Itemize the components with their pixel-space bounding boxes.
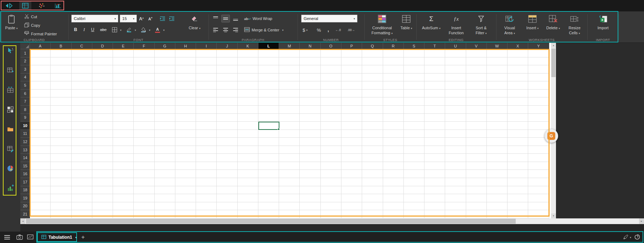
- cell-L6[interactable]: [258, 90, 279, 98]
- align-middle-button[interactable]: [221, 15, 230, 22]
- cell-Y1[interactable]: [528, 49, 549, 57]
- cell-N2[interactable]: [300, 57, 320, 66]
- cell-K16[interactable]: [238, 170, 258, 178]
- cell-N18[interactable]: [300, 186, 320, 194]
- column-header-E[interactable]: E: [113, 43, 134, 49]
- cell-H9[interactable]: [175, 114, 196, 122]
- cell-U17[interactable]: [445, 178, 466, 186]
- cell-C13[interactable]: [72, 146, 92, 154]
- cell-A10[interactable]: [30, 122, 51, 130]
- cell-T8[interactable]: [424, 106, 445, 114]
- cell-Q20[interactable]: [362, 202, 383, 211]
- cell-R14[interactable]: [383, 154, 404, 162]
- cell-V4[interactable]: [466, 74, 487, 82]
- cell-Q17[interactable]: [362, 178, 383, 186]
- horizontal-scrollbar[interactable]: ◂ ▸: [20, 218, 644, 224]
- select-tool-button[interactable]: [5, 46, 16, 56]
- add-sheet-button[interactable]: +: [81, 233, 85, 242]
- cell-J14[interactable]: [217, 154, 237, 162]
- align-top-button[interactable]: [211, 15, 220, 22]
- cell-B2[interactable]: [51, 57, 71, 66]
- resize-cells-button[interactable]: ResizeCells▾: [564, 13, 585, 36]
- cell-A17[interactable]: [30, 178, 51, 186]
- cell-C6[interactable]: [72, 90, 92, 98]
- cell-R4[interactable]: [383, 74, 404, 82]
- conditional-formatting-button[interactable]: ConditionalFormatting▾: [368, 13, 396, 36]
- cell-M18[interactable]: [279, 186, 300, 194]
- cell-O19[interactable]: [321, 194, 341, 202]
- cell-A15[interactable]: [30, 162, 51, 170]
- cell-O10[interactable]: [321, 122, 341, 130]
- cell-P17[interactable]: [341, 178, 362, 186]
- cell-F10[interactable]: [134, 122, 154, 130]
- cell-O6[interactable]: [321, 90, 341, 98]
- cell-K8[interactable]: [238, 106, 258, 114]
- visual-area-button[interactable]: VisualArea▾: [498, 13, 521, 36]
- cell-X6[interactable]: [508, 90, 528, 98]
- cell-H13[interactable]: [175, 146, 196, 154]
- cell-N16[interactable]: [300, 170, 320, 178]
- cell-P12[interactable]: [341, 138, 362, 146]
- cell-U10[interactable]: [445, 122, 466, 130]
- row-header-13[interactable]: 13: [20, 146, 30, 154]
- cell-L4[interactable]: [258, 74, 279, 82]
- cell-J20[interactable]: [217, 202, 237, 211]
- cell-O16[interactable]: [321, 170, 341, 178]
- cell-U14[interactable]: [445, 154, 466, 162]
- grow-font-button[interactable]: A▴: [139, 15, 144, 22]
- cell-K1[interactable]: [238, 49, 258, 57]
- cell-T2[interactable]: [424, 57, 445, 66]
- cell-T18[interactable]: [424, 186, 445, 194]
- cell-Q7[interactable]: [362, 97, 383, 106]
- cell-F5[interactable]: [134, 81, 154, 90]
- cell-C8[interactable]: [72, 106, 92, 114]
- cell-U16[interactable]: [445, 170, 466, 178]
- cell-S16[interactable]: [404, 170, 424, 178]
- cell-J6[interactable]: [217, 90, 237, 98]
- cell-M19[interactable]: [279, 194, 300, 202]
- cell-Y9[interactable]: [528, 114, 549, 122]
- cell-W18[interactable]: [487, 186, 508, 194]
- cell-F20[interactable]: [134, 202, 154, 211]
- cell-U15[interactable]: [445, 162, 466, 170]
- cell-O12[interactable]: [321, 138, 341, 146]
- cell-C11[interactable]: [72, 130, 92, 138]
- underline-button[interactable]: U: [89, 26, 96, 33]
- cell-V5[interactable]: [466, 81, 487, 90]
- cell-T15[interactable]: [424, 162, 445, 170]
- cell-R13[interactable]: [383, 146, 404, 154]
- column-header-D[interactable]: D: [92, 43, 113, 49]
- cell-F7[interactable]: [134, 97, 154, 106]
- cell-E17[interactable]: [113, 178, 134, 186]
- cell-H21[interactable]: [175, 210, 196, 218]
- cell-Y17[interactable]: [528, 178, 549, 186]
- cell-D5[interactable]: [92, 81, 113, 90]
- cell-W15[interactable]: [487, 162, 508, 170]
- row-header-19[interactable]: 19: [20, 194, 30, 202]
- row-header-12[interactable]: 12: [20, 138, 30, 146]
- row-header-1[interactable]: 1: [20, 49, 30, 57]
- cell-Q12[interactable]: [362, 138, 383, 146]
- cell-X20[interactable]: [508, 202, 528, 211]
- cell-S12[interactable]: [404, 138, 424, 146]
- cell-X17[interactable]: [508, 178, 528, 186]
- bar-chart-button[interactable]: [5, 183, 16, 194]
- cell-S7[interactable]: [404, 97, 424, 106]
- cell-L17[interactable]: [258, 178, 279, 186]
- column-header-N[interactable]: N: [300, 43, 320, 49]
- cell-V21[interactable]: [466, 210, 487, 218]
- cell-E3[interactable]: [113, 65, 134, 74]
- cell-P11[interactable]: [341, 130, 362, 138]
- cell-O7[interactable]: [321, 97, 341, 106]
- cell-K2[interactable]: [238, 57, 258, 66]
- cell-S15[interactable]: [404, 162, 424, 170]
- cell-M1[interactable]: [279, 49, 300, 57]
- cell-Y3[interactable]: [528, 65, 549, 74]
- cell-W1[interactable]: [487, 49, 508, 57]
- cell-J7[interactable]: [217, 97, 237, 106]
- cell-F19[interactable]: [134, 194, 154, 202]
- word-wrap-button[interactable]: ab↩ Word Wrap: [244, 15, 272, 22]
- menu-button[interactable]: [4, 233, 10, 242]
- row-header-2[interactable]: 2: [20, 57, 30, 66]
- comma-format-button[interactable]: ,: [328, 26, 329, 33]
